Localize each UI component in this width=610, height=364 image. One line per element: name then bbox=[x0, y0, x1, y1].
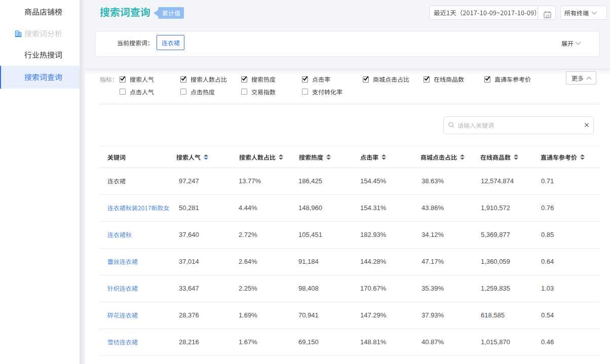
svg-text:15: 15 bbox=[545, 14, 549, 18]
